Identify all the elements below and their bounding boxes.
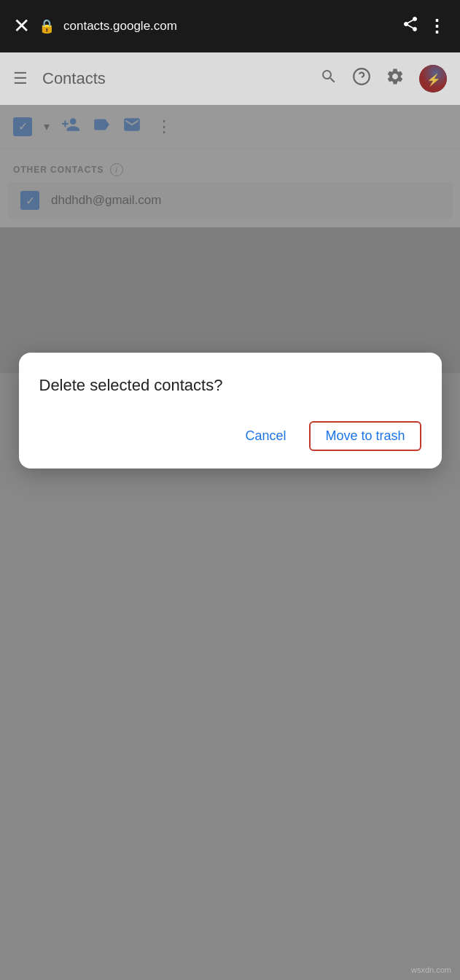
app-title: Contacts [42,69,305,88]
browser-close-button[interactable]: ✕ [13,16,30,36]
settings-icon[interactable] [386,67,405,90]
cancel-button[interactable]: Cancel [233,423,297,450]
help-icon[interactable] [352,67,371,90]
delete-dialog: Delete selected contacts? Cancel Move to… [19,353,442,469]
move-to-trash-button[interactable]: Move to trash [309,421,421,451]
avatar[interactable]: ⚡ [419,65,447,93]
modal-overlay: Delete selected contacts? Cancel Move to… [0,105,460,373]
browser-chrome: ✕ 🔒 contacts.google.com ⋮ [0,0,460,52]
hamburger-icon[interactable]: ☰ [13,69,28,88]
watermark: wsxdn.com [411,965,451,974]
app-background: ☰ Contacts [0,52,460,373]
avatar-image: ⚡ [419,65,447,93]
svg-text:⚡: ⚡ [426,73,441,87]
lock-icon: 🔒 [39,18,55,34]
url-bar[interactable]: contacts.google.com [63,19,393,34]
search-icon[interactable] [320,68,338,90]
dialog-actions: Cancel Move to trash [39,421,421,451]
app-header: ☰ Contacts [0,52,460,105]
share-icon[interactable] [402,15,419,37]
browser-more-icon[interactable]: ⋮ [428,16,447,36]
dialog-title: Delete selected contacts? [39,376,421,395]
